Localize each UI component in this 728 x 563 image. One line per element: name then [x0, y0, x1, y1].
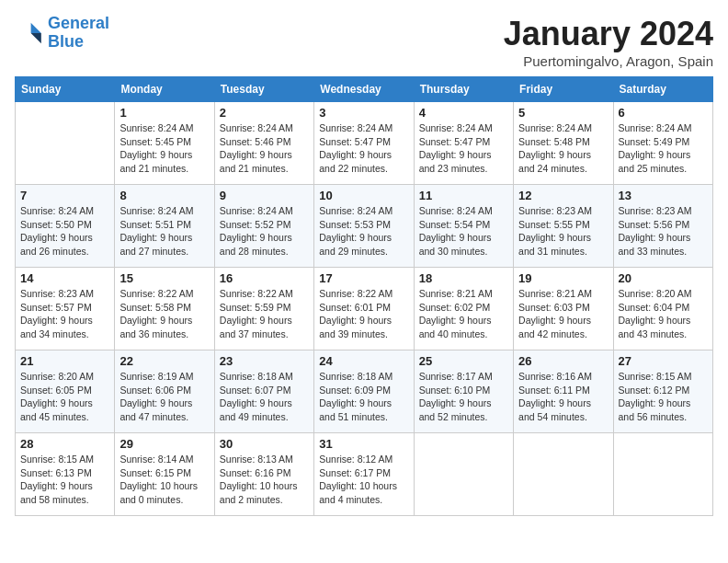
- calendar-cell: 1Sunrise: 8:24 AMSunset: 5:45 PMDaylight…: [115, 102, 214, 185]
- day-info: Sunrise: 8:24 AMSunset: 5:52 PMDaylight:…: [220, 204, 309, 259]
- calendar-cell: 11Sunrise: 8:24 AMSunset: 5:54 PMDayligh…: [414, 185, 513, 268]
- day-info: Sunrise: 8:21 AMSunset: 6:03 PMDaylight:…: [518, 287, 608, 341]
- calendar-cell: 25Sunrise: 8:17 AMSunset: 6:10 PMDayligh…: [414, 350, 513, 433]
- calendar-cell: 6Sunrise: 8:24 AMSunset: 5:49 PMDaylight…: [613, 102, 712, 185]
- day-info: Sunrise: 8:12 AMSunset: 6:17 PMDaylight:…: [319, 453, 408, 507]
- day-info: Sunrise: 8:24 AMSunset: 5:49 PMDaylight:…: [619, 121, 708, 176]
- calendar-cell: 17Sunrise: 8:22 AMSunset: 6:01 PMDayligh…: [314, 268, 414, 350]
- day-number: 18: [419, 271, 508, 285]
- calendar-cell: 29Sunrise: 8:14 AMSunset: 6:15 PMDayligh…: [115, 433, 214, 516]
- calendar-cell: [16, 102, 115, 185]
- calendar-cell: 27Sunrise: 8:15 AMSunset: 6:12 PMDayligh…: [613, 350, 712, 433]
- day-info: Sunrise: 8:24 AMSunset: 5:51 PMDaylight:…: [119, 204, 209, 259]
- calendar-cell: [414, 433, 513, 516]
- day-number: 30: [220, 437, 309, 451]
- day-info: Sunrise: 8:15 AMSunset: 6:13 PMDaylight:…: [20, 453, 109, 507]
- location: Puertomingalvo, Aragon, Spain: [504, 53, 713, 69]
- day-number: 7: [20, 189, 109, 202]
- calendar-cell: 30Sunrise: 8:13 AMSunset: 6:16 PMDayligh…: [214, 433, 313, 516]
- day-number: 10: [319, 189, 408, 202]
- day-number: 14: [20, 271, 109, 285]
- calendar-cell: [613, 433, 712, 516]
- day-number: 5: [518, 106, 608, 120]
- day-info: Sunrise: 8:24 AMSunset: 5:45 PMDaylight:…: [119, 121, 209, 176]
- day-info: Sunrise: 8:24 AMSunset: 5:48 PMDaylight:…: [518, 121, 608, 176]
- logo-line1: General: [48, 14, 109, 32]
- calendar-cell: 5Sunrise: 8:24 AMSunset: 5:48 PMDaylight…: [514, 102, 613, 185]
- calendar-cell: 9Sunrise: 8:24 AMSunset: 5:52 PMDaylight…: [214, 185, 313, 268]
- calendar-cell: 18Sunrise: 8:21 AMSunset: 6:02 PMDayligh…: [414, 268, 513, 350]
- day-number: 6: [619, 106, 708, 120]
- day-number: 9: [220, 189, 309, 202]
- day-info: Sunrise: 8:18 AMSunset: 6:09 PMDaylight:…: [319, 370, 408, 424]
- day-number: 20: [619, 271, 708, 285]
- calendar-cell: 13Sunrise: 8:23 AMSunset: 5:56 PMDayligh…: [613, 185, 712, 268]
- day-info: Sunrise: 8:22 AMSunset: 5:58 PMDaylight:…: [119, 287, 209, 341]
- calendar-cell: 21Sunrise: 8:20 AMSunset: 6:05 PMDayligh…: [16, 350, 115, 433]
- day-info: Sunrise: 8:15 AMSunset: 6:12 PMDaylight:…: [619, 370, 708, 424]
- weekday-header-friday: Friday: [514, 77, 613, 102]
- day-info: Sunrise: 8:24 AMSunset: 5:47 PMDaylight:…: [319, 121, 408, 176]
- day-number: 8: [119, 189, 209, 202]
- calendar-cell: 24Sunrise: 8:18 AMSunset: 6:09 PMDayligh…: [314, 350, 414, 433]
- day-number: 28: [20, 437, 109, 451]
- day-number: 27: [619, 354, 708, 368]
- week-row-1: 1Sunrise: 8:24 AMSunset: 5:45 PMDaylight…: [16, 102, 713, 185]
- day-info: Sunrise: 8:24 AMSunset: 5:47 PMDaylight:…: [419, 121, 508, 176]
- day-info: Sunrise: 8:20 AMSunset: 6:05 PMDaylight:…: [20, 370, 109, 424]
- weekday-header-wednesday: Wednesday: [314, 77, 414, 102]
- calendar-cell: 23Sunrise: 8:18 AMSunset: 6:07 PMDayligh…: [214, 350, 313, 433]
- day-info: Sunrise: 8:23 AMSunset: 5:56 PMDaylight:…: [619, 204, 708, 259]
- day-number: 15: [119, 271, 209, 285]
- day-info: Sunrise: 8:20 AMSunset: 6:04 PMDaylight:…: [619, 287, 708, 341]
- day-number: 22: [119, 354, 209, 368]
- logo-text: General Blue: [48, 15, 109, 52]
- day-number: 12: [518, 189, 608, 202]
- calendar-cell: 16Sunrise: 8:22 AMSunset: 5:59 PMDayligh…: [214, 268, 313, 350]
- calendar-cell: 20Sunrise: 8:20 AMSunset: 6:04 PMDayligh…: [613, 268, 712, 350]
- day-number: 13: [619, 189, 708, 202]
- day-number: 25: [419, 354, 508, 368]
- weekday-header-row: SundayMondayTuesdayWednesdayThursdayFrid…: [16, 77, 713, 102]
- weekday-header-tuesday: Tuesday: [214, 77, 313, 102]
- day-number: 1: [119, 106, 209, 120]
- weekday-header-monday: Monday: [115, 77, 214, 102]
- day-info: Sunrise: 8:19 AMSunset: 6:06 PMDaylight:…: [119, 370, 209, 424]
- calendar-cell: 19Sunrise: 8:21 AMSunset: 6:03 PMDayligh…: [514, 268, 613, 350]
- calendar-cell: 8Sunrise: 8:24 AMSunset: 5:51 PMDaylight…: [115, 185, 214, 268]
- calendar-cell: 26Sunrise: 8:16 AMSunset: 6:11 PMDayligh…: [514, 350, 613, 433]
- calendar-table: SundayMondayTuesdayWednesdayThursdayFrid…: [15, 76, 713, 516]
- day-number: 17: [319, 271, 408, 285]
- logo-icon: [15, 18, 44, 48]
- calendar-cell: 12Sunrise: 8:23 AMSunset: 5:55 PMDayligh…: [514, 185, 613, 268]
- calendar-cell: 3Sunrise: 8:24 AMSunset: 5:47 PMDaylight…: [314, 102, 414, 185]
- calendar-cell: 4Sunrise: 8:24 AMSunset: 5:47 PMDaylight…: [414, 102, 513, 185]
- day-number: 21: [20, 354, 109, 368]
- logo-line2: Blue: [48, 32, 84, 51]
- day-info: Sunrise: 8:22 AMSunset: 6:01 PMDaylight:…: [319, 287, 408, 341]
- day-info: Sunrise: 8:24 AMSunset: 5:50 PMDaylight:…: [20, 204, 109, 259]
- day-info: Sunrise: 8:22 AMSunset: 5:59 PMDaylight:…: [220, 287, 309, 341]
- calendar-cell: 28Sunrise: 8:15 AMSunset: 6:13 PMDayligh…: [16, 433, 115, 516]
- day-number: 2: [220, 106, 309, 120]
- svg-marker-1: [31, 33, 41, 43]
- day-info: Sunrise: 8:21 AMSunset: 6:02 PMDaylight:…: [419, 287, 508, 341]
- day-number: 3: [319, 106, 408, 120]
- calendar-cell: 10Sunrise: 8:24 AMSunset: 5:53 PMDayligh…: [314, 185, 414, 268]
- calendar-cell: 7Sunrise: 8:24 AMSunset: 5:50 PMDaylight…: [16, 185, 115, 268]
- week-row-2: 7Sunrise: 8:24 AMSunset: 5:50 PMDaylight…: [16, 185, 713, 268]
- calendar-cell: 2Sunrise: 8:24 AMSunset: 5:46 PMDaylight…: [214, 102, 313, 185]
- day-number: 26: [518, 354, 608, 368]
- day-info: Sunrise: 8:13 AMSunset: 6:16 PMDaylight:…: [220, 453, 309, 507]
- month-title: January 2024: [504, 15, 713, 53]
- day-number: 16: [220, 271, 309, 285]
- week-row-4: 21Sunrise: 8:20 AMSunset: 6:05 PMDayligh…: [16, 350, 713, 433]
- calendar-cell: 31Sunrise: 8:12 AMSunset: 6:17 PMDayligh…: [314, 433, 414, 516]
- logo: General Blue: [15, 15, 109, 52]
- day-number: 31: [319, 437, 408, 451]
- day-info: Sunrise: 8:14 AMSunset: 6:15 PMDaylight:…: [119, 453, 209, 507]
- day-info: Sunrise: 8:24 AMSunset: 5:54 PMDaylight:…: [419, 204, 508, 259]
- calendar-cell: 22Sunrise: 8:19 AMSunset: 6:06 PMDayligh…: [115, 350, 214, 433]
- day-number: 11: [419, 189, 508, 202]
- page-header: General Blue January 2024 Puertomingalvo…: [15, 15, 713, 69]
